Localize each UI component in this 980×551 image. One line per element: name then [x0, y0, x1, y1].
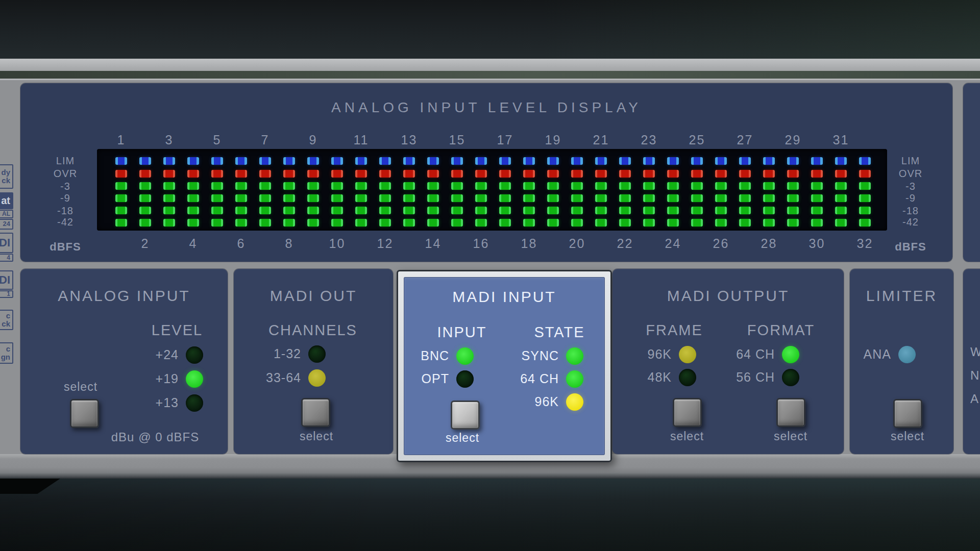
meter-led--18	[235, 207, 247, 214]
meter-led--3	[427, 182, 439, 190]
channel-number-bottom: 22	[617, 237, 633, 250]
select-label: select	[437, 432, 488, 444]
panel-title: MADI OUTPUT	[612, 287, 844, 305]
meter-led--42	[355, 219, 367, 227]
meter-led--3	[211, 182, 223, 190]
meter-led--3	[475, 182, 487, 190]
scale-label: -9	[35, 193, 96, 203]
meter-led--18	[355, 207, 367, 214]
meter-led-lim	[523, 157, 535, 165]
select-label-frame: select	[662, 430, 713, 442]
right-edge-label: N	[970, 369, 980, 382]
led-+24	[186, 346, 203, 364]
meter-led--42	[595, 219, 607, 227]
led-label: 48K	[648, 370, 672, 385]
section-heading-state: STATE	[534, 324, 584, 340]
right-edge-label: A	[970, 392, 979, 406]
meter-led--18	[187, 207, 199, 214]
scale-right: LIMOVR-3-9-18-42dBFS	[890, 83, 931, 262]
meter-led--9	[499, 194, 511, 202]
channel-number-bottom: 18	[521, 237, 537, 250]
channel-number-bottom: 4	[189, 237, 198, 250]
meter-led--42	[475, 219, 487, 227]
meter-led-ovr	[643, 170, 655, 178]
meter-led--18	[571, 207, 583, 214]
meter-led-ovr	[427, 170, 439, 178]
meter-led--18	[835, 207, 847, 214]
channel-number-bottom: 32	[857, 237, 873, 250]
scale-label: -3	[35, 181, 96, 191]
channel-number-top: 29	[785, 133, 801, 146]
meter-led--18	[811, 207, 823, 214]
meter-led--18	[763, 207, 775, 214]
meter-led--42	[619, 219, 631, 227]
meter-led--9	[691, 194, 703, 202]
scale-label: LIM	[35, 156, 96, 166]
meter-led-lim	[163, 157, 175, 165]
meter-led-lim	[835, 157, 847, 165]
meter-led--9	[595, 194, 607, 202]
background-bottom	[0, 479, 980, 551]
channel-number-top: 21	[593, 133, 609, 146]
scale-label: OVR	[890, 168, 931, 179]
analog-input-panel: ANALOG INPUT LEVEL +24+19+13 select dBu …	[20, 269, 228, 454]
madi-output-panel: MADI OUTPUT FRAME FORMAT 96K48K 64 CH56 …	[612, 269, 844, 454]
meter-led--42	[739, 219, 751, 227]
meter-led-lim	[715, 157, 727, 165]
led-label: +13	[156, 395, 179, 410]
panel-title: MADI OUT	[234, 287, 393, 305]
madi-input-select-button[interactable]	[451, 400, 480, 430]
led-row: ANA	[854, 343, 916, 366]
meter-led--42	[427, 219, 439, 227]
meter-led--42	[259, 219, 271, 227]
led-rows: ANA	[854, 343, 916, 366]
section-heading-input: INPUT	[437, 324, 487, 340]
led-row: +19	[92, 367, 203, 391]
left-edge-label: AL	[0, 210, 13, 218]
meter-led--9	[475, 194, 487, 202]
meter-led--9	[739, 194, 751, 202]
madi-out-select-button[interactable]	[301, 398, 330, 427]
led-rows: +24+19+13	[92, 343, 203, 415]
select-label: select	[291, 430, 342, 442]
led-row: 48K	[627, 366, 696, 389]
meter-led--42	[691, 219, 703, 227]
meter-led--3	[859, 182, 871, 190]
meter-led--9	[307, 194, 319, 202]
left-edge-label: cgn	[0, 342, 13, 364]
meter-led--3	[283, 182, 295, 190]
led-rows-input: BNCOPT	[407, 344, 474, 390]
limiter-panel: LIMITER ANA select	[850, 269, 953, 454]
meter-led--42	[763, 219, 775, 227]
meter-led--3	[835, 182, 847, 190]
channel-number-top: 31	[833, 133, 849, 146]
meter-led-ovr	[235, 170, 247, 178]
channel-number-bottom: 24	[665, 237, 681, 250]
meter-led--42	[187, 219, 199, 227]
meter-led--42	[859, 219, 871, 227]
madi-output-frame-select-button[interactable]	[673, 398, 702, 427]
limiter-select-button[interactable]	[893, 399, 922, 428]
led-+19	[186, 370, 203, 388]
meter-led--18	[427, 207, 439, 214]
meter-led--3	[115, 182, 127, 190]
led-96k	[679, 346, 696, 363]
madi-output-format-select-button[interactable]	[776, 398, 805, 427]
meter-led--9	[211, 194, 223, 202]
led-56-ch	[782, 369, 799, 386]
led-row: 96K	[513, 390, 583, 413]
meter-led--9	[835, 194, 847, 202]
led-label: 33-64	[266, 370, 301, 385]
meter-led--3	[355, 182, 367, 190]
led-label: ANA	[864, 347, 891, 362]
analog-input-select-button[interactable]	[70, 399, 99, 428]
meter-led-ovr	[595, 170, 607, 178]
led-label: 64 CH	[520, 371, 559, 386]
meter-led--42	[523, 219, 535, 227]
led-label: 64 CH	[736, 347, 775, 362]
led-96k	[566, 393, 583, 411]
led-sync	[566, 347, 583, 365]
meter-led-ovr	[811, 170, 823, 178]
channel-number-top: 27	[737, 133, 753, 146]
channel-number-bottom: 26	[713, 237, 729, 250]
